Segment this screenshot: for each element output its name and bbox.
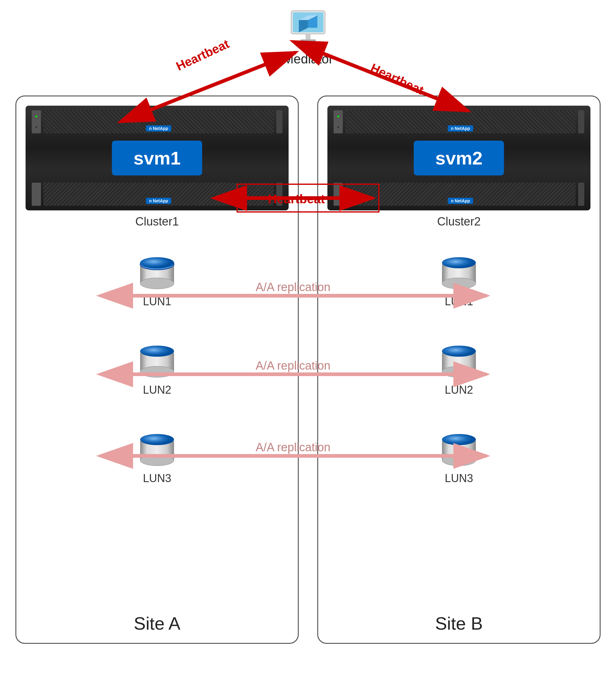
- lun-item-b3: LUN3: [439, 433, 479, 485]
- lun3-b-icon: [439, 433, 479, 467]
- svg-point-22: [140, 278, 174, 289]
- svg-rect-8: [300, 40, 316, 42]
- site-b-luns: LUN1: [318, 247, 600, 494]
- lun-item-b1: LUN1: [439, 257, 479, 308]
- svg-point-27: [140, 346, 174, 357]
- lun2-b-icon: [439, 345, 479, 379]
- cluster1-image: n NetApp svm1 n NetApp: [26, 106, 289, 210]
- lun1-b-icon: [439, 257, 479, 291]
- site-b-label: Site B: [318, 613, 600, 634]
- lun3-b-label: LUN3: [445, 472, 473, 485]
- mediator-icon: [287, 9, 329, 49]
- lun-item-b2: LUN2: [439, 345, 479, 396]
- storage-unit-2: n NetApp svm2 n NetApp: [327, 106, 590, 210]
- lun2-b-label: LUN2: [445, 384, 473, 396]
- site-a-label: Site A: [16, 613, 298, 634]
- svg-point-32: [442, 278, 476, 289]
- cluster1-section: n NetApp svm1 n NetApp: [26, 106, 289, 235]
- svg-point-33: [442, 257, 476, 268]
- svm2-badge: svm2: [414, 141, 504, 176]
- lun-item-a3: LUN3: [137, 433, 177, 485]
- svg-point-30: [140, 434, 174, 445]
- lun3-a-label: LUN3: [143, 472, 171, 485]
- svg-point-24: [140, 257, 174, 268]
- heartbeat-left-label: Heartbeat: [174, 37, 231, 73]
- cluster1-label: Cluster1: [26, 215, 289, 228]
- heartbeat-right-label: Heartbeat: [369, 61, 426, 97]
- svg-rect-7: [305, 34, 311, 40]
- lun3-a-icon: [137, 433, 177, 467]
- svg-point-38: [442, 455, 476, 466]
- site-a-luns: LUN1: [16, 247, 298, 494]
- lun1-b-label: LUN1: [445, 295, 473, 308]
- cluster2-image: n NetApp svm2 n NetApp: [327, 106, 590, 210]
- storage-unit-1: n NetApp svm1 n NetApp: [26, 106, 289, 210]
- lun2-a-label: LUN2: [143, 384, 171, 396]
- site-a-box: n NetApp svm1 n NetApp: [16, 95, 299, 644]
- lun1-a-label: LUN1: [143, 295, 171, 308]
- lun-item-a1: LUN1: [137, 257, 177, 308]
- cluster2-section: n NetApp svm2 n NetApp: [327, 106, 590, 235]
- svm1-badge: svm1: [112, 141, 202, 176]
- svg-point-36: [442, 346, 476, 357]
- site-b-box: n NetApp svm2 n NetApp: [317, 95, 600, 644]
- main-diagram: Mediator Heartbeat Heartbeat: [0, 0, 616, 682]
- lun2-a-icon: [137, 345, 177, 379]
- svg-point-26: [140, 366, 174, 377]
- svg-point-39: [442, 434, 476, 445]
- svg-point-29: [140, 455, 174, 466]
- mediator-label: Mediator: [283, 52, 333, 67]
- lun-item-a2: LUN2: [137, 345, 177, 396]
- svg-point-35: [442, 366, 476, 377]
- lun1-a-icon: [137, 257, 177, 291]
- mediator-section: Mediator: [283, 9, 333, 67]
- sites-row: n NetApp svm1 n NetApp: [16, 95, 600, 644]
- cluster2-label: Cluster2: [327, 215, 590, 228]
